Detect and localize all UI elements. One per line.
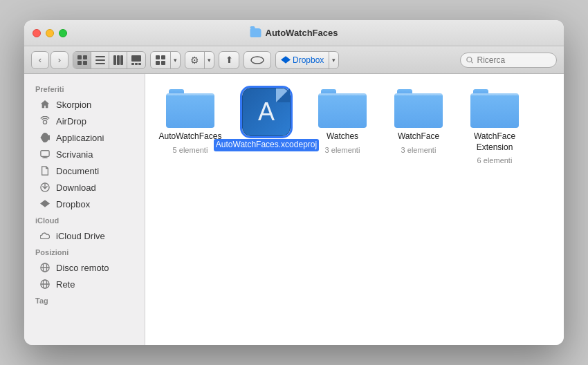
svg-rect-7	[113, 55, 116, 65]
share-button[interactable]: ⬆	[219, 51, 239, 69]
folder-icon-watches	[318, 88, 367, 128]
sidebar-section-icloud: iCloud iCloud Drive	[24, 212, 145, 244]
file-item-watches[interactable]: Watches 3 elementi	[311, 88, 374, 165]
sidebar-section-tag: Tag	[24, 292, 145, 308]
window-title-area: AutoWatchFaces	[250, 28, 338, 38]
sidebar-item-rete[interactable]: Rete	[28, 276, 140, 292]
file-item-watchface-extension[interactable]: WatchFace Extension 6 elementi	[463, 88, 526, 165]
folder-icon-watchface-extension	[470, 88, 519, 128]
sidebar: Preferiti Skorpion	[24, 74, 145, 345]
sidebar-item-label-airdrop: AirDrop	[56, 116, 86, 127]
icloud-drive-icon	[39, 230, 50, 241]
view-columns-button[interactable]	[109, 52, 127, 68]
svg-rect-9	[120, 55, 123, 65]
svg-point-21	[43, 120, 46, 124]
sidebar-item-scrivania[interactable]: Scrivania	[28, 146, 140, 162]
close-button[interactable]	[33, 29, 41, 37]
sidebar-item-label-download: Download	[56, 182, 96, 193]
view-gallery-button[interactable]	[127, 52, 145, 68]
folder-body-watchface	[394, 93, 443, 128]
view-icon-button[interactable]	[73, 52, 91, 68]
action-button[interactable]: ⚙ ▾	[185, 51, 214, 69]
dropbox-sidebar-icon	[39, 198, 50, 209]
svg-point-19	[467, 57, 472, 62]
svg-rect-16	[156, 61, 160, 65]
back-button[interactable]: ‹	[31, 51, 49, 69]
sidebar-item-disco-remoto[interactable]: Disco remoto	[28, 259, 140, 276]
svg-rect-8	[117, 55, 120, 65]
file-item-xcodeproj[interactable]: AutoWatchFaces.xcodeproj	[235, 88, 297, 165]
sidebar-item-dropbox[interactable]: Dropbox	[28, 196, 140, 212]
maximize-button[interactable]	[59, 29, 67, 37]
sidebar-item-skorpion[interactable]: Skorpion	[28, 96, 140, 113]
sidebar-item-airdrop[interactable]: AirDrop	[28, 113, 140, 129]
folder-body	[166, 93, 214, 128]
sidebar-section-posizioni: Posizioni Disco remoto	[24, 244, 145, 292]
svg-rect-1	[83, 55, 87, 59]
svg-rect-2	[77, 61, 82, 65]
section-label-preferiti: Preferiti	[24, 81, 145, 96]
sidebar-item-documenti[interactable]: Documenti	[28, 162, 140, 179]
xcodeproj-icon	[242, 88, 291, 136]
svg-point-18	[251, 57, 264, 64]
dropbox-main[interactable]: Dropbox	[276, 52, 329, 68]
search-input[interactable]	[477, 55, 551, 65]
sidebar-item-download[interactable]: Download	[28, 179, 140, 196]
svg-rect-0	[77, 55, 82, 59]
svg-rect-10	[131, 55, 141, 62]
view-list-button[interactable]	[91, 52, 109, 68]
arrange-main[interactable]	[151, 52, 170, 68]
file-name-xcodeproj: AutoWatchFaces.xcodeproj	[214, 139, 319, 151]
svg-rect-3	[83, 61, 87, 65]
svg-rect-12	[135, 63, 138, 65]
svg-rect-4	[95, 56, 105, 57]
forward-button[interactable]: ›	[50, 51, 68, 69]
dropbox-button[interactable]: Dropbox ▾	[275, 51, 339, 69]
titlebar: AutoWatchFaces	[24, 20, 564, 46]
sidebar-item-icloud-drive[interactable]: iCloud Drive	[28, 227, 140, 244]
file-item-autowatchfaces-folder[interactable]: AutoWatchFaces 5 elementi	[159, 88, 221, 165]
file-name-watchface: WatchFace	[396, 131, 441, 143]
file-count-watches: 3 elementi	[325, 146, 360, 154]
sidebar-item-label-skorpion: Skorpion	[56, 100, 91, 110]
file-count: 5 elementi	[173, 146, 208, 154]
arrange-button[interactable]: ▾	[150, 51, 181, 69]
search-box[interactable]	[460, 53, 557, 68]
sidebar-item-label-documenti: Documenti	[56, 166, 99, 176]
svg-rect-15	[161, 55, 165, 59]
svg-rect-5	[95, 59, 105, 61]
action-dropdown-arrow[interactable]: ▾	[204, 52, 214, 68]
view-buttons	[73, 51, 146, 69]
minimize-button[interactable]	[46, 29, 54, 37]
file-name-watchface-extension: WatchFace Extension	[463, 131, 526, 153]
file-grid: AutoWatchFaces 5 elementi AutoWatchFaces…	[145, 74, 564, 345]
disco-remoto-icon	[39, 262, 50, 273]
svg-rect-13	[138, 63, 141, 65]
window-title: AutoWatchFaces	[266, 28, 338, 38]
svg-rect-22	[41, 151, 49, 157]
toolbar: ‹ ›	[24, 46, 564, 74]
dropbox-label: Dropbox	[293, 55, 324, 65]
svg-line-20	[471, 62, 472, 63]
file-count-watchface: 3 elementi	[401, 146, 437, 154]
file-item-watchface[interactable]: WatchFace 3 elementi	[387, 88, 450, 165]
section-label-posizioni: Posizioni	[24, 244, 145, 259]
dropbox-dropdown-arrow[interactable]: ▾	[329, 52, 338, 68]
download-icon	[39, 182, 50, 193]
airdrop-icon	[39, 115, 50, 127]
folder-body-watchface-extension	[470, 93, 519, 128]
arrange-dropdown-arrow[interactable]: ▾	[170, 52, 180, 68]
svg-rect-6	[95, 63, 105, 64]
folder-body-watches	[318, 93, 367, 128]
tag-button[interactable]	[244, 51, 271, 69]
finder-window: AutoWatchFaces ‹ ›	[24, 20, 564, 345]
sidebar-item-label-applicazioni: Applicazioni	[56, 133, 104, 143]
folder-icon	[166, 88, 214, 128]
sidebar-section-preferiti: Preferiti Skorpion	[24, 81, 145, 212]
action-main[interactable]: ⚙	[185, 52, 204, 68]
documenti-icon	[39, 165, 50, 176]
file-name-watches: Watches	[324, 131, 360, 143]
scrivania-icon	[39, 149, 50, 160]
sidebar-item-applicazioni[interactable]: Applicazioni	[28, 129, 140, 146]
home-icon	[39, 99, 50, 110]
